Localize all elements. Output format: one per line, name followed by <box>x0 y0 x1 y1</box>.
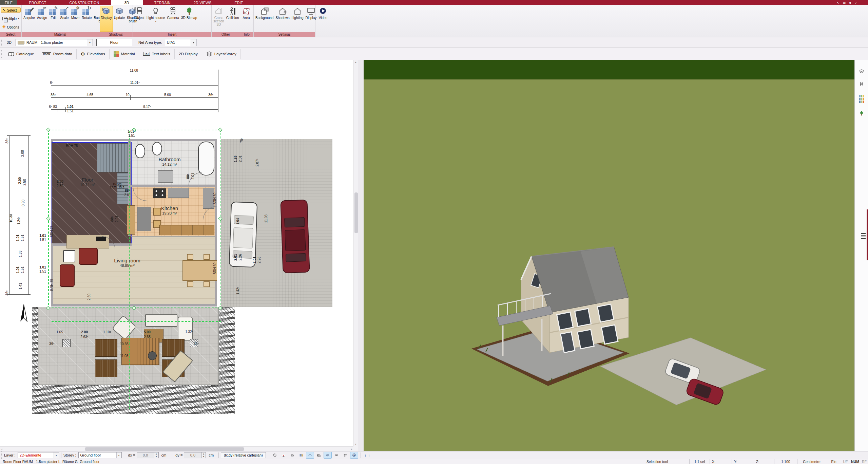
menu-tab-construction[interactable]: CONSTRUCTION <box>58 0 111 5</box>
chevron-down-icon[interactable]: ▾ <box>191 39 196 46</box>
plan-vertical-scrollbar[interactable]: ▴▾ <box>353 60 358 446</box>
show-roof-button[interactable] <box>306 452 314 459</box>
plan-horizontal-scrollbar[interactable]: ◂▸ <box>0 446 353 451</box>
materials-panel-button[interactable] <box>857 95 866 104</box>
menu-tab-project[interactable]: PROJECT <box>17 0 58 5</box>
dx-stepper[interactable]: ▲▼ <box>154 452 159 458</box>
net-area-combo[interactable]: UfA1 ▾ <box>165 39 197 46</box>
selection-rectangle[interactable] <box>48 130 220 308</box>
scrollbar-thumb[interactable] <box>85 447 244 451</box>
insert-object-button[interactable]: Object <box>134 6 146 32</box>
tab-material[interactable]: Material <box>110 49 139 59</box>
tab-catalogue[interactable]: Catalogue <box>4 49 38 59</box>
status-scale[interactable]: 1:100 <box>774 459 797 464</box>
tab-2d-display[interactable]: 2D Display <box>175 49 202 59</box>
catalog-objects-button[interactable] <box>297 452 305 459</box>
monitor-icon <box>307 7 315 15</box>
scrollbar-thumb[interactable] <box>354 192 358 233</box>
show-walls-button[interactable] <box>315 452 323 459</box>
display-shadows-button[interactable]: Display <box>100 6 113 32</box>
show-ceiling-button[interactable] <box>332 452 341 459</box>
menu-tab-2d-views[interactable]: 2D VIEWS <box>182 0 223 5</box>
collision-button[interactable]: Collision <box>225 6 240 32</box>
dx-input[interactable] <box>137 452 154 458</box>
status-num: NUM <box>850 459 861 464</box>
north-compass-icon: N <box>352 452 356 458</box>
status-uf: UF <box>841 459 850 464</box>
select-button[interactable]: ↖Select <box>1 7 21 13</box>
chevron-down-icon[interactable]: ▾ <box>87 39 93 46</box>
multiple-button[interactable]: Multiple▾ <box>1 16 21 21</box>
marker-icon[interactable]: ◆ <box>849 1 851 4</box>
dimension-label: 1.65 <box>56 330 63 334</box>
toolbar-grip[interactable] <box>1 50 2 58</box>
dimension-label: 6⁵ 83 <box>49 105 57 109</box>
cursor-icon[interactable]: ↖ <box>837 1 840 4</box>
options-button[interactable]: ✚Options <box>1 24 21 30</box>
dimension-label: 1.10⁵ <box>103 330 111 334</box>
chevron-down-icon[interactable]: ▾ <box>54 452 59 458</box>
menu-tab-edit[interactable]: EDIT <box>223 0 254 5</box>
insert-light-button[interactable]: Light source▾ <box>146 6 166 32</box>
layers-panel-button[interactable] <box>857 67 866 76</box>
dy-input[interactable] <box>184 452 201 458</box>
more-options-icon[interactable]: ⋮⋮ <box>363 452 371 459</box>
dx-label: dx = <box>128 453 135 457</box>
dimension-label: 1.01 <box>16 266 20 273</box>
layer-label: Layer : <box>4 453 16 457</box>
house-icon <box>293 7 302 15</box>
view-3d-pane[interactable] <box>364 60 854 451</box>
update-shadows-button[interactable]: Update <box>113 6 126 32</box>
dimension-label: 1.94 <box>236 218 240 224</box>
storey-select[interactable]: Ground floor▾ <box>78 452 122 458</box>
render-settings-button[interactable]: ★ <box>279 452 288 459</box>
pane-splitter[interactable] <box>358 60 364 451</box>
chevron-down-icon[interactable]: ▾ <box>116 452 121 458</box>
rotate-button[interactable]: ↻Rotate <box>81 6 93 32</box>
material-preset-combo[interactable]: RAUM - 1.5cm plaster ▾ <box>16 39 93 46</box>
grid-button[interactable] <box>341 452 349 459</box>
time-of-day-button[interactable] <box>271 452 279 459</box>
group-label-select: Select <box>0 32 21 37</box>
move-button[interactable]: ✥Move <box>70 6 81 32</box>
background-settings-button[interactable]: Background <box>254 6 274 32</box>
objects-panel-button[interactable] <box>857 80 866 89</box>
tab-room-data[interactable]: ROOMRoom data <box>38 49 77 59</box>
pencil-icon: ✎ <box>49 7 58 15</box>
scale-button[interactable]: ↗Scale <box>59 6 70 32</box>
menu-tab-terrain[interactable]: TERRAIN <box>143 0 182 5</box>
status-unit[interactable]: Centimetre <box>797 459 826 464</box>
room-name-button[interactable]: Floor <box>96 39 132 46</box>
layer-select[interactable]: 2D-Elemente▾ <box>18 452 59 458</box>
menu-tab-3d[interactable]: 3D <box>111 0 143 5</box>
tab-text-labels[interactable]: TXTText labels <box>139 49 175 59</box>
toolbar-grip[interactable] <box>1 39 2 46</box>
dy-stepper[interactable]: ▲▼ <box>201 452 206 458</box>
area-button[interactable]: ?Area <box>241 6 252 32</box>
record-video-button[interactable] <box>288 452 296 459</box>
tab-elevations[interactable]: ⚙Elevations <box>77 49 110 59</box>
plan-2d-canvas[interactable]: Floor19.14 m² Bathroom14.12 m² Kitchen19… <box>0 60 353 446</box>
scrollbar-thumb-red[interactable] <box>867 209 868 260</box>
show-slab-button[interactable] <box>324 452 332 459</box>
dimension-label: 75⁵ <box>240 137 244 143</box>
panels-icon[interactable]: ▦ <box>843 1 846 4</box>
help-icon[interactable]: ? <box>855 1 856 4</box>
lighting-settings-button[interactable]: Lighting <box>291 6 305 32</box>
menu-tab-file[interactable]: FILE <box>0 0 17 5</box>
insert-camera-button[interactable]: Camera <box>166 6 180 32</box>
acquire-button[interactable]: Acquire <box>22 6 36 32</box>
insert-3d-bitmap-button[interactable]: 3D-Bitmap <box>180 6 198 32</box>
selection-axis-line <box>52 321 221 322</box>
dimension-label: 2.87⁵ <box>255 159 259 167</box>
tab-layer-storey[interactable]: Layer/Storey <box>202 49 241 59</box>
svg-text:?: ? <box>246 9 248 13</box>
coordinate-mode-button[interactable]: dx,dy (relative cartesian) <box>221 452 266 458</box>
north-button[interactable]: N <box>350 452 358 459</box>
edit-button[interactable]: ✎Edit <box>48 6 59 32</box>
shadows-settings-button[interactable]: Shadows <box>274 6 290 32</box>
patio-cabinet <box>178 317 193 341</box>
plants-panel-button[interactable] <box>857 109 866 118</box>
toolbar-grip[interactable] <box>1 451 2 459</box>
assign-button[interactable]: ✑Assign <box>36 6 48 32</box>
